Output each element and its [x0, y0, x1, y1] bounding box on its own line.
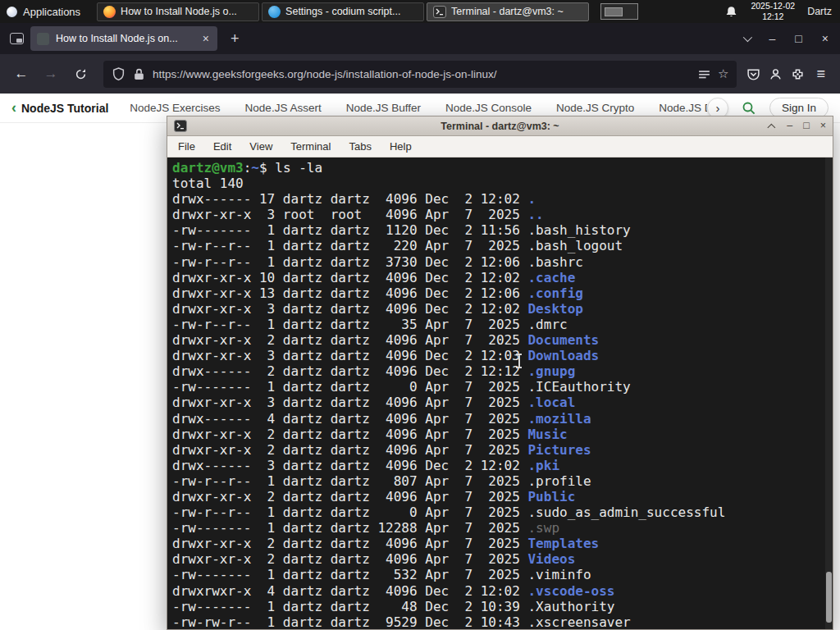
- terminal-menu-item[interactable]: Help: [390, 140, 412, 153]
- prompt-path: ~: [251, 160, 259, 176]
- file-meta: -rw-r--r-- 1 dartz dartz 3730 Dec 2 12:0…: [172, 254, 527, 270]
- browser-tab[interactable]: How to Install Node.js on... ×: [30, 26, 217, 51]
- applications-menu[interactable]: Applications: [0, 0, 89, 23]
- file-name: .gnupg: [527, 363, 575, 379]
- terminal-listing-line: -rw-r--r-- 1 dartz dartz 220 Apr 7 2025 …: [172, 238, 828, 253]
- file-meta: -rw-r--r-- 1 dartz dartz 807 Apr 7 2025: [172, 473, 527, 489]
- terminal-maximize-button[interactable]: □: [803, 121, 810, 131]
- file-name: .Xauthority: [527, 599, 614, 614]
- terminal-titlebar[interactable]: Terminal - dartz@vm3: ~ – □ ×: [167, 116, 833, 136]
- reader-mode-icon[interactable]: [697, 67, 711, 81]
- file-meta: -rw------- 1 dartz dartz 1120 Dec 2 11:5…: [172, 222, 527, 238]
- terminal-title: Terminal - dartz@vm3: ~: [167, 121, 833, 132]
- file-name: .local: [527, 395, 575, 410]
- file-meta: drwx------ 2 dartz dartz 4096 Dec 2 12:1…: [172, 363, 527, 379]
- taskbar-button-browser[interactable]: How to Install Node.js o...: [97, 2, 259, 21]
- pocket-icon[interactable]: [746, 67, 760, 81]
- extensions-puzzle-icon[interactable]: [791, 67, 805, 81]
- file-name: .viminfo: [527, 567, 591, 582]
- file-name: Public: [527, 489, 575, 504]
- panel-username[interactable]: Dartz: [807, 6, 832, 17]
- file-name: Desktop: [527, 301, 582, 317]
- site-nav-item[interactable]: NodeJS Exercises: [130, 102, 220, 114]
- site-nav-item[interactable]: Node.JS Buffer: [346, 102, 421, 114]
- panel-status-area: 2025-12-02 12:12 Dartz: [724, 1, 840, 22]
- file-meta: -rw-r--r-- 1 dartz dartz 220 Apr 7 2025: [172, 238, 527, 253]
- scrollbar-thumb[interactable]: [826, 572, 832, 623]
- task-label: How to Install Node.js o...: [121, 6, 237, 17]
- tab-favicon-icon: [37, 33, 49, 45]
- reload-button[interactable]: [67, 61, 94, 87]
- terminal-menu-item[interactable]: Terminal: [290, 140, 331, 153]
- list-tabs-chevron-down-icon[interactable]: [742, 33, 751, 42]
- nav-toolbar: ← → https://www.geeksforgeeks.org/node-j…: [0, 54, 840, 94]
- bell-icon[interactable]: [724, 5, 738, 19]
- file-meta: drwx------ 3 dartz dartz 4096 Dec 2 12:0…: [172, 458, 527, 473]
- site-nav-item[interactable]: Node.JS Assert: [245, 102, 322, 114]
- terminal-close-button[interactable]: ×: [820, 121, 826, 131]
- file-meta: drwxr-xr-x 2 dartz dartz 4096 Apr 7 2025: [172, 332, 527, 348]
- tab-bar: How to Install Node.js on... × + – □ ×: [0, 23, 840, 54]
- file-name: .bash_history: [527, 222, 630, 238]
- file-meta: -rw------- 1 dartz dartz 532 Apr 7 2025: [172, 567, 527, 582]
- terminal-menu-item[interactable]: View: [249, 140, 272, 153]
- terminal-minimize-button[interactable]: –: [787, 121, 792, 131]
- shield-icon[interactable]: [112, 67, 126, 81]
- workspace-switcher[interactable]: [600, 3, 638, 20]
- browser-minimize-button[interactable]: –: [769, 32, 776, 45]
- lock-icon[interactable]: [132, 67, 146, 81]
- terminal-listing-line: -rw-r--r-- 1 dartz dartz 0 Apr 7 2025 .s…: [172, 504, 828, 520]
- browser-maximize-button[interactable]: □: [795, 32, 801, 45]
- file-meta: drwxr-xr-x 2 dartz dartz 4096 Apr 7 2025: [172, 551, 527, 567]
- file-name: .xscreensaver: [527, 614, 630, 629]
- file-meta: drwxrwxr-x 4 dartz dartz 4096 Dec 2 12:0…: [172, 583, 527, 599]
- back-button[interactable]: ←: [8, 61, 34, 87]
- menu-button[interactable]: ≡: [813, 66, 829, 83]
- file-meta: drwxr-xr-x 2 dartz dartz 4096 Apr 7 2025: [172, 489, 527, 504]
- terminal-listing-line: drwxr-xr-x 2 dartz dartz 4096 Apr 7 2025…: [172, 332, 828, 348]
- taskbar-button-terminal[interactable]: Terminal - dartz@vm3: ~: [427, 2, 589, 21]
- clock[interactable]: 2025-12-02 12:12: [751, 1, 795, 22]
- command-text: ls -la: [275, 160, 322, 176]
- prompt-separator: :: [244, 160, 252, 176]
- url-bar[interactable]: https://www.geeksforgeeks.org/node-js/in…: [103, 61, 737, 88]
- terminal-scrollbar[interactable]: [825, 158, 833, 629]
- terminal-menu-item[interactable]: Tabs: [349, 140, 371, 153]
- file-meta: -rw-r--r-- 1 dartz dartz 0 Apr 7 2025: [172, 504, 527, 520]
- terminal-listing-line: drwxr-xr-x 2 dartz dartz 4096 Apr 7 2025…: [172, 489, 828, 504]
- account-icon[interactable]: [769, 67, 783, 81]
- bookmark-star-icon[interactable]: ☆: [718, 66, 728, 81]
- file-name: .bashrc: [527, 254, 582, 270]
- terminal-menu-item[interactable]: File: [178, 140, 195, 153]
- workspace-window-thumb: [605, 7, 623, 16]
- chevron-left-icon[interactable]: ‹: [11, 99, 16, 116]
- terminal-body[interactable]: dartz@vm3:~$ ls -la total 140 drwx------…: [167, 158, 833, 629]
- codium-icon: [268, 6, 281, 18]
- new-tab-button[interactable]: +: [226, 30, 244, 48]
- firefox-view-icon[interactable]: [10, 33, 24, 44]
- site-nav-item[interactable]: Node.JS Console: [445, 102, 532, 114]
- terminal-listing-line: drwxrwxr-x 4 dartz dartz 4096 Dec 2 12:0…: [172, 583, 828, 599]
- file-name: .sudo_as_admin_successful: [527, 504, 725, 520]
- forward-button[interactable]: →: [38, 61, 64, 87]
- terminal-listing-line: drwxr-xr-x 10 dartz dartz 4096 Dec 2 12:…: [172, 270, 828, 285]
- site-nav-item[interactable]: Node.JS Crypto: [556, 102, 634, 114]
- clock-date: 2025-12-02: [751, 1, 795, 11]
- file-meta: drwxr-xr-x 10 dartz dartz 4096 Dec 2 12:…: [172, 270, 527, 285]
- terminal-menu-item[interactable]: Edit: [213, 140, 231, 153]
- site-nav-primary[interactable]: NodeJS Tutorial: [21, 102, 108, 115]
- url-text: https://www.geeksforgeeks.org/node-js/in…: [153, 68, 691, 80]
- file-meta: drwxr-xr-x 3 dartz dartz 4096 Dec 2 12:0…: [172, 348, 527, 363]
- browser-close-button[interactable]: ×: [822, 32, 829, 45]
- taskbar-button-settings[interactable]: Settings - codium script...: [262, 2, 424, 21]
- file-name: Documents: [527, 332, 599, 348]
- file-meta: -rw------- 1 dartz dartz 0 Apr 7 2025: [172, 379, 527, 395]
- terminal-listing-line: drwx------ 4 dartz dartz 4096 Apr 7 2025…: [172, 411, 828, 427]
- file-name: .vscode-oss: [527, 583, 614, 599]
- mouse-cursor-ibeam: [515, 354, 523, 368]
- tab-close-button[interactable]: ×: [201, 32, 211, 45]
- file-meta: drwxr-xr-x 2 dartz dartz 4096 Apr 7 2025: [172, 536, 527, 551]
- toolbar-right-icons: ≡: [746, 66, 832, 83]
- site-nav-item[interactable]: Node.JS DNS: [659, 102, 707, 114]
- search-icon[interactable]: [742, 101, 756, 116]
